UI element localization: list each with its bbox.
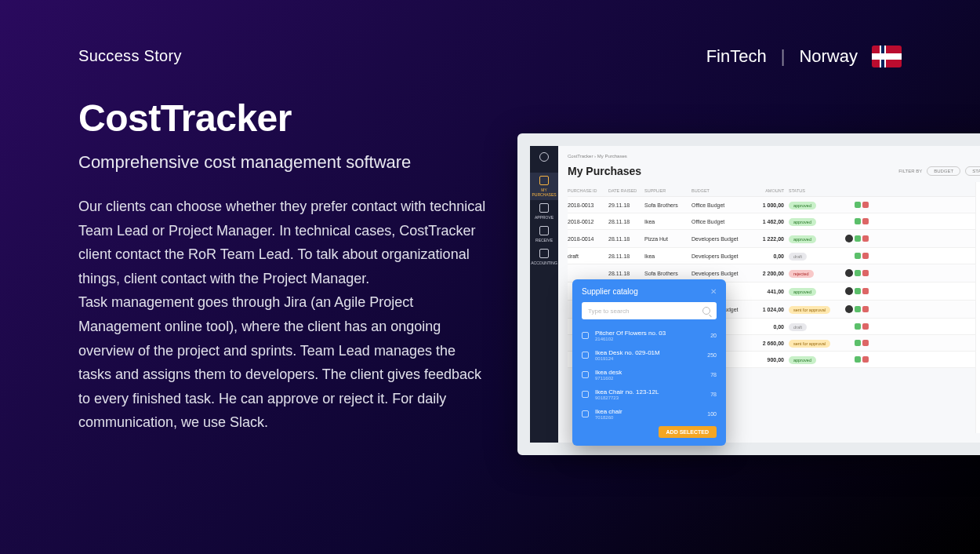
sidebar-item[interactable]: ACCOUNTING [530, 246, 558, 268]
catalog-item-sku: 7018260 [595, 415, 701, 420]
search-icon [702, 307, 710, 315]
cell-id: 2018-0012 [568, 219, 608, 224]
catalog-item[interactable]: Ikea chair7018260100 [582, 404, 717, 424]
cell-id: 2018-0014 [568, 236, 608, 242]
action-icon[interactable] [855, 202, 861, 208]
sidebar-item[interactable]: APPROVE [530, 200, 558, 223]
status-badge: approved [789, 218, 816, 226]
action-icon[interactable] [855, 323, 861, 330]
cell-budget: Office Budget [691, 219, 751, 224]
catalog-item-sku: 9711602 [595, 376, 704, 381]
catalog-item[interactable]: Pitcher Of Flowers no. 03214610220 [582, 326, 717, 345]
app-section-title: My Purchases [568, 165, 641, 177]
cell-amount: 0,00 [751, 324, 789, 330]
col-supplier: SUPPLIER [644, 188, 691, 193]
eyebrow-label: Success Story [78, 47, 486, 65]
breadcrumb: CostTracker › My Purchases [568, 154, 980, 159]
catalog-item-count: 100 [707, 411, 717, 417]
table-row[interactable]: 2018-001228.11.18IkeaOffice Budget1 462,… [568, 213, 980, 230]
filter-budget[interactable]: BUDGET [927, 166, 960, 176]
action-icon[interactable] [855, 218, 861, 224]
supplier-catalog-modal: Supplier catalog ✕ Type to search Pitche… [572, 279, 726, 446]
tag-divider: | [781, 46, 786, 67]
checkbox-icon[interactable] [582, 391, 589, 398]
action-icon[interactable] [862, 288, 869, 294]
checkbox-icon[interactable] [582, 332, 589, 339]
norway-flag-icon [872, 46, 902, 67]
table-filters: FILTER BY BUDGET STATUS [898, 166, 980, 176]
action-icon[interactable] [855, 253, 861, 259]
close-icon[interactable]: ✕ [710, 287, 717, 296]
action-icon[interactable] [862, 235, 869, 242]
table-row[interactable]: 2018-001428.11.18Pizza HutDevelopers Bud… [568, 230, 980, 248]
sidebar-item[interactable]: MY PURCHASES [530, 173, 558, 200]
cell-amount: 900,00 [751, 357, 789, 363]
action-icon[interactable] [855, 235, 861, 242]
status-badge: rejected [789, 270, 814, 278]
catalog-item[interactable]: Ikea Desk no. 029-01M0019124250 [582, 345, 717, 365]
action-icon[interactable] [862, 323, 869, 330]
cell-date: 28.11.18 [608, 219, 644, 224]
catalog-item[interactable]: Ikea desk971160278 [582, 365, 717, 385]
action-icon[interactable] [862, 340, 869, 346]
cell-amount: 2 660,00 [751, 341, 789, 346]
sidebar-item-icon [539, 249, 549, 258]
avatar [845, 287, 853, 295]
col-purchase-id: PURCHASE ID [568, 188, 608, 193]
action-icon[interactable] [855, 340, 861, 346]
add-selected-button[interactable]: ADD SELECTED [659, 426, 717, 438]
cell-budget: Developers Budget [691, 271, 751, 276]
col-date: DATE RAISED [608, 188, 644, 193]
cell-amount: 1 024,00 [751, 307, 789, 312]
filter-status[interactable]: STATUS [965, 166, 980, 176]
filter-by-label: FILTER BY [898, 169, 922, 173]
body-paragraph-1: Our clients can choose whether they pref… [78, 199, 485, 286]
catalog-item-name: Pitcher Of Flowers no. 03 [595, 330, 666, 337]
action-icon[interactable] [862, 270, 869, 276]
catalog-item-sku: 0019124 [595, 356, 701, 361]
cell-budget: Developers Budget [691, 236, 751, 242]
action-icon[interactable] [862, 306, 869, 312]
action-icon[interactable] [862, 253, 869, 259]
action-icon[interactable] [862, 218, 869, 224]
sidebar-item-icon [539, 226, 549, 235]
sidebar-item-icon [539, 176, 549, 185]
meta-tags: FinTech | Norway [706, 46, 902, 67]
cell-amount: 1 462,00 [751, 219, 789, 224]
cell-budget: Office Budget [691, 202, 751, 208]
catalog-item[interactable]: Ikea Chair no. 123-12L90182772378 [582, 385, 717, 404]
action-icon[interactable] [855, 356, 861, 363]
action-icon[interactable] [855, 306, 861, 312]
app-sidebar: MY PURCHASESAPPROVERECEIVEACCOUNTING [530, 146, 558, 443]
cell-date: 28.11.18 [608, 236, 644, 242]
cell-amount: 1 000,00 [751, 202, 789, 208]
table-row[interactable]: draft28.11.18IkeaDevelopers Budget0,00dr… [568, 248, 980, 264]
page-title: CostTracker [78, 97, 486, 140]
status-badge: sent for approval [789, 306, 830, 314]
sidebar-item[interactable]: RECEIVE [530, 223, 558, 246]
catalog-item-count: 250 [707, 352, 717, 358]
catalog-item-count: 78 [710, 372, 717, 377]
status-badge: draft [789, 323, 807, 331]
col-amount: AMOUNT [751, 188, 789, 193]
checkbox-icon[interactable] [582, 371, 589, 378]
action-icon[interactable] [855, 270, 861, 276]
sidebar-item-icon [539, 203, 549, 213]
table-row[interactable]: 2018-001329.11.18Sofa BrothersOffice Bud… [568, 197, 980, 213]
checkbox-icon[interactable] [582, 410, 589, 417]
catalog-title: Supplier catalog [582, 287, 638, 296]
cell-budget: Developers Budget [691, 253, 751, 259]
catalog-item-name: Ikea Desk no. 029-01M [595, 349, 660, 356]
checkbox-icon[interactable] [582, 352, 589, 359]
action-icon[interactable] [862, 356, 869, 363]
avatar [845, 235, 853, 242]
cell-date: 28.11.18 [608, 253, 644, 259]
sidebar-item-label: RECEIVE [535, 238, 553, 242]
table-header-row: PURCHASE ID DATE RAISED SUPPLIER BUDGET … [568, 185, 980, 197]
cell-supplier: Ikea [644, 253, 691, 259]
action-icon[interactable] [855, 288, 861, 294]
catalog-item-count: 78 [710, 392, 717, 397]
cell-id: 2018-0013 [568, 202, 608, 208]
catalog-search-input[interactable]: Type to search [582, 302, 717, 319]
action-icon[interactable] [862, 202, 869, 208]
